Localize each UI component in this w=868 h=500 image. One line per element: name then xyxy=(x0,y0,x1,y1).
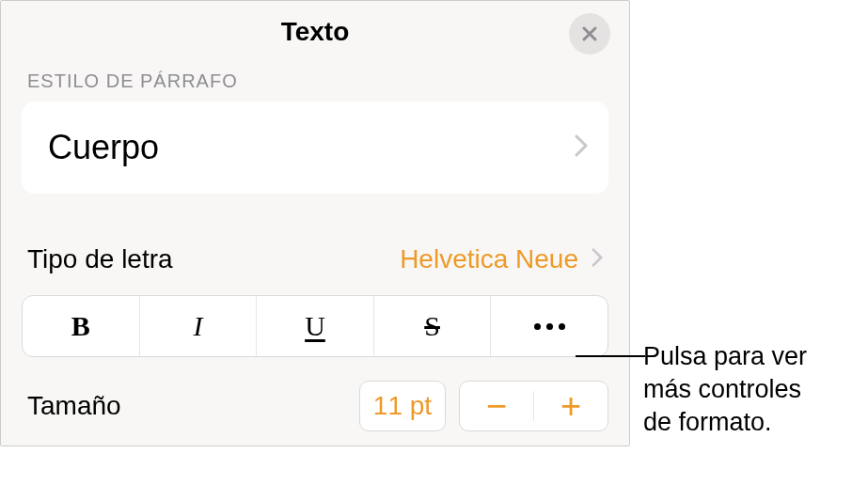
size-row: Tamaño 11 pt − + xyxy=(1,378,629,434)
bold-button[interactable]: B xyxy=(23,296,140,356)
underline-icon: U xyxy=(305,310,325,342)
italic-icon: I xyxy=(193,310,202,342)
size-increase-button[interactable]: + xyxy=(534,382,608,430)
strikethrough-icon: S xyxy=(424,310,440,342)
chevron-right-icon xyxy=(575,134,588,161)
callout-text: Pulsa para ver más controles de formato. xyxy=(643,340,807,439)
panel-header: Texto xyxy=(1,1,629,63)
close-button[interactable] xyxy=(569,13,610,55)
bold-icon: B xyxy=(71,310,90,342)
underline-button[interactable]: U xyxy=(257,296,374,356)
callout-line xyxy=(576,355,645,357)
size-stepper: − + xyxy=(459,381,608,431)
size-label: Tamaño xyxy=(27,391,121,421)
font-label: Tipo de letra xyxy=(27,244,173,274)
strikethrough-button[interactable]: S xyxy=(374,296,492,356)
italic-button[interactable]: I xyxy=(140,296,258,356)
more-icon xyxy=(534,323,565,330)
paragraph-style-label: ESTILO DE PÁRRAFO xyxy=(1,63,629,102)
text-format-panel: Texto ESTILO DE PÁRRAFO Cuerpo Tipo de l… xyxy=(0,0,630,446)
paragraph-style-selector[interactable]: Cuerpo xyxy=(22,102,608,194)
font-value: Helvetica Neue xyxy=(400,244,578,274)
size-controls: 11 pt − + xyxy=(359,381,608,431)
size-decrease-button[interactable]: − xyxy=(460,382,533,430)
font-value-wrap: Helvetica Neue xyxy=(400,244,603,274)
panel-title: Texto xyxy=(281,17,350,47)
paragraph-style-value: Cuerpo xyxy=(48,128,159,167)
font-style-segmented-control: B I U S xyxy=(22,295,608,357)
chevron-right-icon xyxy=(592,248,603,271)
callout: Pulsa para ver más controles de formato. xyxy=(643,340,807,439)
font-selector[interactable]: Tipo de letra Helvetica Neue xyxy=(1,239,629,280)
close-icon xyxy=(580,24,599,43)
size-value-field[interactable]: 11 pt xyxy=(359,381,446,431)
more-options-button[interactable] xyxy=(491,296,608,356)
